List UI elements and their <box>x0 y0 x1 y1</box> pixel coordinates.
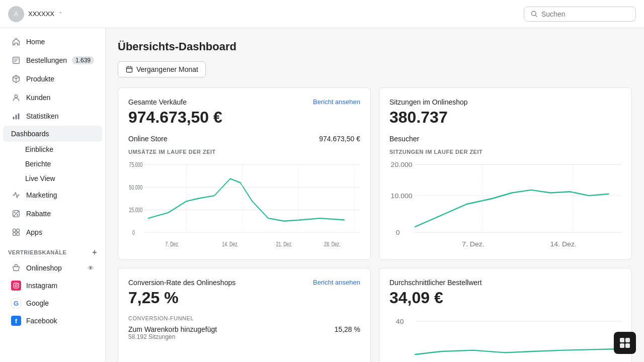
conversion-funnel-row: Zum Warenkorb hinzugefügt 58.192 Sitzung… <box>128 325 360 340</box>
sidebar: Home Bestellungen 1.639 Produkte Kunden <box>0 28 106 362</box>
svg-text:40: 40 <box>396 318 404 325</box>
card-verkaufe-chart: 75.000 50.000 25.000 0 7. Dez. 14. Dez. … <box>128 159 360 249</box>
svg-rect-49 <box>625 343 630 348</box>
sidebar-item-dashboards-label: Dashboards <box>11 130 49 138</box>
card-sitzungen-label: Besucher <box>389 135 419 143</box>
channel-facebook[interactable]: f Facebook <box>3 312 102 329</box>
svg-text:0: 0 <box>132 229 135 236</box>
eye-icon[interactable]: 👁 <box>88 264 94 272</box>
layout: Home Bestellungen 1.639 Produkte Kunden <box>0 28 644 362</box>
card-bestellwert-title: Durchschnittlicher Bestellwert <box>389 279 482 287</box>
sidebar-item-marketing-label: Marketing <box>26 191 57 199</box>
card-verkaufe-chart-label: UMSÄTZE IM LAUFE DER ZEIT <box>128 149 360 155</box>
sidebar-item-marketing[interactable]: Marketing <box>3 186 102 204</box>
channel-facebook-label: Facebook <box>26 317 57 325</box>
svg-text:28. Dez.: 28. Dez. <box>324 241 341 248</box>
sidebar-item-statistiken[interactable]: Statistiken <box>3 107 102 125</box>
svg-rect-4 <box>16 115 17 119</box>
card-sitzungen-header: Sitzungen im Onlineshop <box>389 98 621 106</box>
svg-text:0: 0 <box>396 229 400 236</box>
sidebar-item-berichte-label: Berichte <box>25 160 51 168</box>
svg-text:20.000: 20.000 <box>391 161 413 168</box>
channel-instagram[interactable]: Instagram <box>3 277 102 294</box>
card-verkaufe-link[interactable]: Bericht ansehen <box>313 98 360 106</box>
add-channel-icon[interactable]: + <box>92 248 97 257</box>
svg-text:21. Dez.: 21. Dez. <box>276 241 293 248</box>
channel-onlineshop-label: Onlineshop <box>26 264 62 272</box>
sidebar-item-berichte[interactable]: Berichte <box>19 157 102 171</box>
topbar-right <box>524 7 636 22</box>
apps-icon <box>11 227 21 237</box>
sidebar-item-liveview-label: Live View <box>25 174 55 183</box>
facebook-icon: f <box>11 316 21 326</box>
card-sitzungen-chart: 20.000 10.000 0 7. Dez. 14. Dez. <box>389 159 621 249</box>
sidebar-item-produkte-label: Produkte <box>26 75 54 83</box>
card-verkaufe-label: Online Store <box>128 135 168 143</box>
main-content: Übersichts-Dashboard Vergangener Monat G… <box>106 28 644 362</box>
card-bestellwert-value: 34,09 € <box>389 289 621 307</box>
channel-instagram-label: Instagram <box>26 282 57 290</box>
svg-point-15 <box>17 284 18 284</box>
card-conversion-title: Conversion-Rate des Onlineshops <box>128 279 235 287</box>
filter-button[interactable]: Vergangener Monat <box>118 61 206 77</box>
filter-btn-label: Vergangener Monat <box>136 65 198 73</box>
card-bestellwert-chart: 40 <box>389 315 621 362</box>
sidebar-item-dashboards[interactable]: Dashboards <box>3 126 102 142</box>
svg-rect-47 <box>625 338 630 342</box>
conversion-funnel-item-value: 15,28 % <box>335 325 360 340</box>
search-input[interactable] <box>541 10 629 18</box>
avatar: A <box>8 6 24 22</box>
card-conversion-link[interactable]: Bericht ansehen <box>313 279 360 286</box>
svg-text:75.000: 75.000 <box>129 161 143 168</box>
channel-google[interactable]: G Google <box>3 295 102 312</box>
onlineshop-icon <box>11 263 21 273</box>
svg-point-7 <box>17 214 18 216</box>
sidebar-item-produkte[interactable]: Produkte <box>3 70 102 88</box>
card-verkaufe-value: 974.673,50 € <box>128 108 360 127</box>
card-bestellwert-header: Durchschnittlicher Bestellwert <box>389 279 621 287</box>
sidebar-item-bestellungen[interactable]: Bestellungen 1.639 <box>3 51 102 69</box>
channels-section-label: VERTRIEBSKANÄLE <box>8 249 66 255</box>
card-conversion-header: Conversion-Rate des Onlineshops Bericht … <box>128 279 360 287</box>
cards-row-bottom: Conversion-Rate des Onlineshops Bericht … <box>118 268 632 362</box>
channels-section-header: VERTRIEBSKANÄLE + <box>0 242 105 259</box>
sidebar-item-einblicke[interactable]: Einblicke <box>19 142 102 156</box>
svg-text:7. Dez.: 7. Dez. <box>166 241 180 248</box>
conversion-funnel-left: Zum Warenkorb hinzugefügt 58.192 Sitzung… <box>128 325 217 340</box>
channel-onlineshop[interactable]: Onlineshop 👁 <box>3 259 102 277</box>
home-icon <box>11 37 21 47</box>
sidebar-item-liveview[interactable]: Live View <box>19 171 102 186</box>
svg-text:10.000: 10.000 <box>391 192 413 199</box>
sidebar-item-bestellungen-label: Bestellungen <box>26 56 67 64</box>
chevron-down-icon[interactable]: ⌃ <box>58 11 62 17</box>
svg-text:7. Dez.: 7. Dez. <box>462 241 485 248</box>
svg-text:50.000: 50.000 <box>129 184 143 191</box>
rabatte-icon <box>11 209 21 219</box>
sidebar-item-apps[interactable]: Apps <box>3 223 102 241</box>
sidebar-item-statistiken-label: Statistiken <box>26 112 59 120</box>
card-verkaufe: Gesamte Verkäufe Bericht ansehen 974.673… <box>118 87 371 260</box>
sidebar-item-rabatte[interactable]: Rabatte <box>3 205 102 223</box>
topbar: A XXXXXX ⌃ <box>0 0 644 28</box>
svg-point-14 <box>15 285 17 287</box>
conversion-funnel-label: CONVERSION-FUNNEL <box>128 315 360 321</box>
card-sitzungen: Sitzungen im Onlineshop 380.737 Besucher… <box>379 87 632 260</box>
overlay-svg-icon <box>619 337 631 349</box>
stats-icon <box>11 111 21 121</box>
search-bar[interactable] <box>524 7 636 22</box>
svg-point-6 <box>14 212 16 213</box>
svg-rect-16 <box>126 67 132 72</box>
card-verkaufe-sub: 974.673,50 € <box>319 135 360 143</box>
svg-rect-9 <box>13 229 16 232</box>
card-sitzungen-title: Sitzungen im Onlineshop <box>389 98 468 106</box>
channel-google-label: Google <box>26 299 49 307</box>
conversion-funnel-item-sub: 58.192 Sitzungen <box>128 333 217 340</box>
svg-text:14. Dez.: 14. Dez. <box>222 241 238 248</box>
sidebar-item-home[interactable]: Home <box>3 33 102 51</box>
svg-rect-5 <box>18 114 20 120</box>
sidebar-item-kunden[interactable]: Kunden <box>3 88 102 107</box>
card-verkaufe-header: Gesamte Verkäufe Bericht ansehen <box>128 98 360 106</box>
svg-point-2 <box>15 95 17 98</box>
products-icon <box>11 74 21 84</box>
overlay-icon[interactable] <box>614 332 636 354</box>
